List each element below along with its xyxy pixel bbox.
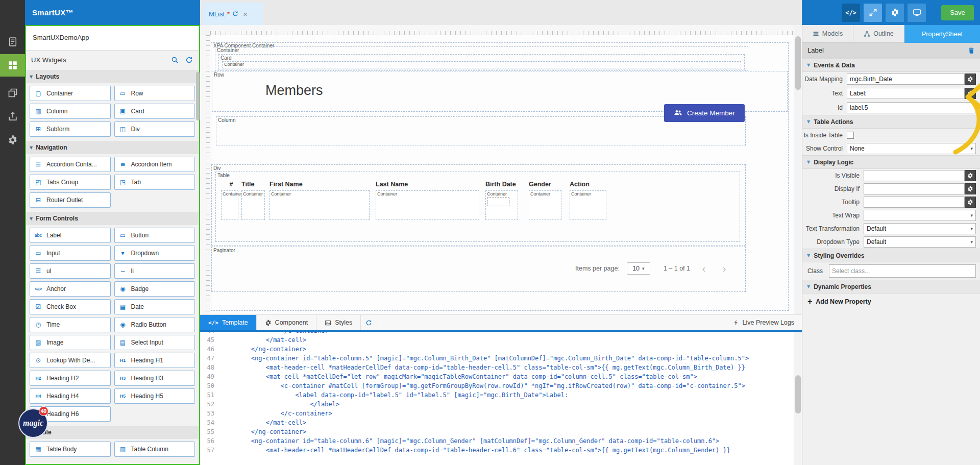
widget-item-router-outlet[interactable]: ⊟Router Outlet <box>30 192 111 208</box>
id-input[interactable] <box>847 102 976 113</box>
widget-item-table-column[interactable]: ▥Table Column <box>114 442 195 457</box>
section-table-actions[interactable]: ▼ Table Actions <box>802 115 980 129</box>
widget-item-li[interactable]: −li <box>114 263 195 279</box>
code-editor[interactable]: 44 </c-container>45 </mat-cell>46 </ng-c… <box>200 332 802 465</box>
tooltip-input[interactable] <box>864 197 965 208</box>
settings-nav-button[interactable] <box>0 129 25 151</box>
tab-template[interactable]: </> Template <box>200 315 257 330</box>
widget-item-image[interactable]: ▨Image <box>30 335 111 350</box>
widget-item-column[interactable]: ▥Column <box>30 104 111 119</box>
widget-item-heading-h4[interactable]: H4Heading H4 <box>30 388 111 404</box>
widget-item-row[interactable]: ▭Row <box>114 86 195 101</box>
scrollbar-thumb[interactable] <box>795 375 801 413</box>
text-settings-button[interactable] <box>965 88 976 99</box>
widget-item-badge[interactable]: ◉Badge <box>114 281 195 297</box>
share-nav-button[interactable] <box>0 105 25 128</box>
tab-close-button[interactable]: × <box>243 10 248 18</box>
scrollbar-thumb[interactable] <box>196 72 200 120</box>
canvas-scrollbar[interactable] <box>794 25 802 314</box>
is-inside-table-checkbox[interactable] <box>847 132 854 139</box>
table-widget[interactable]: Table #TitleFirst NameLast NameBirth Dat… <box>215 172 740 242</box>
create-member-button[interactable]: Create Member <box>664 104 745 122</box>
widget-item-heading-h5[interactable]: H5Heading H5 <box>114 388 195 404</box>
widget-item-tab[interactable]: ◳Tab <box>114 175 195 190</box>
widget-item-tabs-group[interactable]: ◰Tabs Group <box>30 175 111 190</box>
widget-item-label[interactable]: abcLabel <box>30 228 111 243</box>
widget-item-button[interactable]: ▭Button <box>114 228 195 243</box>
section-header-layouts[interactable]: ▼Layouts <box>25 70 200 83</box>
toggle-code-view-button[interactable]: </> <box>842 4 860 22</box>
text-transformation-select[interactable]: Default ▾ <box>864 223 976 234</box>
widget-refresh-button[interactable] <box>185 56 193 64</box>
magic-logo[interactable]: magic 40 <box>18 408 48 438</box>
cell-container[interactable]: Container <box>376 190 479 220</box>
preview-device-button[interactable] <box>908 4 926 22</box>
widget-item-input[interactable]: ▭Input <box>30 246 111 261</box>
is-visible-settings-button[interactable] <box>965 170 976 181</box>
widget-item-date[interactable]: ▦Date <box>114 299 195 314</box>
paginator-widget[interactable]: Paginator Items per page: 10 ▾ 1 – 1 of … <box>211 247 746 292</box>
widget-item-anchor[interactable]: <a>Anchor <box>30 281 111 297</box>
scrollbar-thumb[interactable] <box>795 36 801 90</box>
widget-item-select-input[interactable]: ▤Select Input <box>114 335 195 350</box>
widget-item-accordion-conta[interactable]: ☰Accordion Conta... <box>30 157 111 172</box>
widget-item-heading-h1[interactable]: H1Heading H1 <box>114 353 195 368</box>
div-widget[interactable]: Div Table #TitleFirst NameLast NameBirth… <box>211 164 746 246</box>
text-input[interactable] <box>847 88 965 99</box>
section-styling-overrides[interactable]: ▼ Styling Overrides <box>802 249 980 262</box>
previous-page-button[interactable]: ‹ <box>697 263 710 274</box>
data-mapping-input[interactable] <box>847 74 965 85</box>
add-new-property-button[interactable]: + Add New Property <box>802 293 980 310</box>
dropdown-type-select[interactable]: Default ▾ <box>864 236 976 248</box>
xpa-component-container[interactable]: XPA Component Container Container Card C… <box>211 42 789 311</box>
widget-item-card[interactable]: ▣Card <box>114 104 195 119</box>
page-size-select[interactable]: 10 ▾ <box>627 262 650 275</box>
next-page-button[interactable]: › <box>718 263 731 274</box>
members-heading[interactable]: Members <box>265 83 323 99</box>
tab-styles[interactable]: Styles <box>316 315 361 330</box>
data-mapping-settings-button[interactable] <box>965 74 976 85</box>
is-visible-input[interactable] <box>864 170 965 181</box>
section-header-form-controls[interactable]: ▼Form Controls <box>25 212 200 225</box>
widget-search-button[interactable] <box>171 56 179 64</box>
documents-nav-button[interactable] <box>0 31 25 53</box>
cell-container[interactable]: Container <box>485 190 518 220</box>
save-button[interactable]: Save <box>941 5 974 20</box>
editor-refresh-button[interactable] <box>361 315 377 330</box>
widgets-panel-scrollbar[interactable] <box>196 70 200 461</box>
widget-item-table-body[interactable]: ▦Table Body <box>30 442 111 457</box>
section-header-table[interactable]: ▼Table <box>25 426 200 439</box>
cell-container[interactable]: Container <box>270 190 370 220</box>
widget-item-heading-h3[interactable]: H3Heading H3 <box>114 371 195 386</box>
display-if-input[interactable] <box>864 183 965 194</box>
canvas-surface[interactable]: XPA Component Container Container Card C… <box>210 35 794 314</box>
cell-container[interactable]: Container <box>221 190 238 220</box>
tab-propertysheet[interactable]: PropertySheet <box>904 25 980 43</box>
widget-item-accordion-item[interactable]: ≡Accordion Item <box>114 157 195 172</box>
section-events-data[interactable]: ▼ Events & Data <box>802 58 980 72</box>
cell-container[interactable]: Container <box>241 190 265 220</box>
container-widget[interactable]: Container Card Container <box>215 46 748 71</box>
app-settings-button[interactable] <box>886 4 904 22</box>
selected-label-element[interactable] <box>487 198 509 206</box>
cell-container[interactable]: Container <box>570 190 606 220</box>
widget-item-container[interactable]: ▢Container <box>30 86 111 101</box>
cell-container[interactable]: Container <box>529 190 561 220</box>
show-control-select[interactable]: None ▾ <box>847 143 976 154</box>
widget-item-heading-h2[interactable]: H2Heading H2 <box>30 371 111 386</box>
fullscreen-button[interactable] <box>864 4 882 22</box>
tooltip-settings-button[interactable] <box>965 197 976 208</box>
widget-item-radio-button[interactable]: ◉Radio Button <box>114 317 195 332</box>
document-tab-mlist[interactable]: MList * × <box>203 3 263 25</box>
widget-item-time[interactable]: ◷Time <box>30 317 111 332</box>
widget-item-lookup-with-de[interactable]: ⊙Lookup With De... <box>30 353 111 368</box>
widgets-nav-button[interactable] <box>0 54 25 77</box>
widget-item-div[interactable]: ◫Div <box>114 121 195 137</box>
layers-nav-button[interactable] <box>0 82 25 104</box>
tab-component[interactable]: Component <box>257 315 317 330</box>
widget-item-check-box[interactable]: ☑Check Box <box>30 299 111 314</box>
delete-element-button[interactable] <box>968 47 975 54</box>
tab-refresh-button[interactable] <box>232 11 238 17</box>
class-input[interactable] <box>829 264 976 278</box>
card-widget[interactable]: Card Container <box>218 54 745 69</box>
